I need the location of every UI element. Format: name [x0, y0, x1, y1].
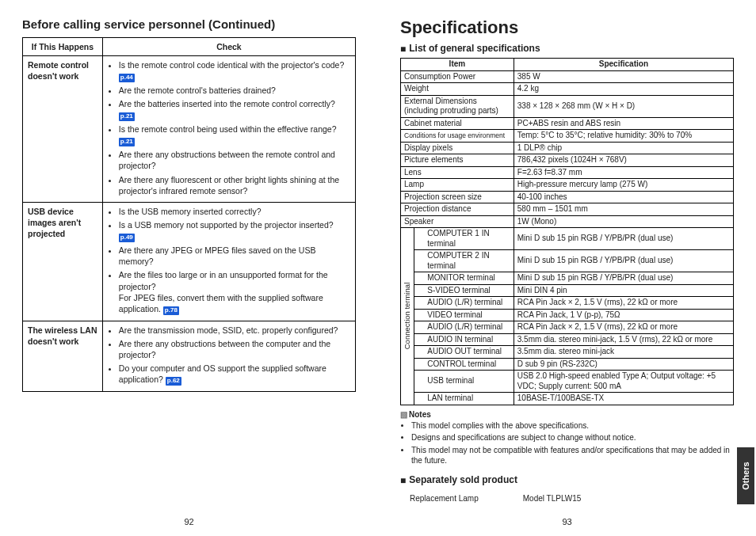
- spec-item: AUDIO OUT terminal: [414, 346, 514, 359]
- table-row: Connection terminalCOMPUTER 1 IN termina…: [401, 228, 734, 250]
- check-item: Are there any JPEG or MPEG files saved o…: [119, 245, 350, 267]
- spec-item: Consumption Power: [401, 70, 514, 83]
- spec-value: PC+ABS resin and ABS resin: [514, 117, 733, 130]
- spec-value: 338 × 128 × 268 mm (W × H × D): [514, 95, 733, 117]
- table-row: USB terminalUSB 2.0 High-speed enabled T…: [401, 371, 734, 393]
- spec-item: Lens: [401, 166, 514, 179]
- spec-value: D sub 9 pin (RS-232C): [514, 358, 733, 371]
- spec-item: COMPUTER 1 IN terminal: [414, 228, 514, 250]
- check-cell: Are the transmission mode, SSID, etc. pr…: [102, 321, 355, 391]
- spec-item: USB terminal: [414, 371, 514, 393]
- page-ref-badge: p.62: [166, 377, 181, 386]
- page-number: 93: [552, 517, 583, 526]
- spec-item: Projection distance: [401, 203, 514, 216]
- section-title: Before calling service personnel (Contin…: [22, 17, 356, 31]
- spec-item: Lamp: [401, 179, 514, 192]
- check-item: Is the remote control code identical wit…: [119, 59, 350, 82]
- page-ref-badge: p.49: [119, 234, 135, 242]
- side-tab-others: Others: [737, 447, 754, 504]
- page-ref-badge: p.78: [163, 306, 179, 315]
- spec-value: Temp: 5°C to 35°C; relative humidity: 30…: [514, 130, 733, 143]
- table-row: LAN terminal10BASE-T/100BASE-TX: [401, 393, 734, 405]
- page-ref-badge: p.21: [119, 112, 135, 121]
- spec-item: Projection screen size: [401, 191, 514, 203]
- spec-value: 10BASE-T/100BASE-TX: [514, 393, 733, 405]
- check-item: Are the transmission mode, SSID, etc. pr…: [119, 325, 350, 336]
- table-row: Consumption Power385 W: [401, 70, 734, 83]
- spec-value: 1 DLP® chip: [514, 142, 733, 154]
- spec-value: Mini D sub 15 pin RGB / Y/PB/PR (dual us…: [514, 250, 733, 272]
- notes-heading: ▧Notes: [400, 410, 734, 419]
- spec-item: Speaker: [401, 215, 514, 228]
- table-row: USB device images aren't projectedIs the…: [23, 202, 356, 321]
- spec-item: AUDIO IN terminal: [414, 333, 514, 346]
- spec-value: 3.5mm dia. stereo mini-jack: [514, 346, 733, 359]
- table-row: The wireless LAN doesn't workAre the tra…: [23, 321, 356, 391]
- table-row: MONITOR terminalMini D sub 15 pin RGB / …: [401, 272, 734, 285]
- spec-value: F=2.63 f=8.37 mm: [514, 166, 733, 179]
- col-header-check: Check: [102, 38, 355, 56]
- connection-terminal-group: Connection terminal: [401, 228, 414, 405]
- square-icon: ■: [400, 44, 406, 55]
- notes-list: This model complies with the above speci…: [400, 420, 734, 466]
- table-row: External Dimensions (including protrudin…: [401, 95, 734, 117]
- spec-item: AUDIO (L/R) terminal: [414, 321, 514, 334]
- page-number: 92: [174, 517, 205, 526]
- spec-value: 385 W: [514, 70, 733, 83]
- issue-cell: Remote control doesn't work: [23, 56, 103, 203]
- troubleshoot-table: If This Happens Check Remote control doe…: [22, 37, 356, 392]
- table-row: COMPUTER 2 IN terminalMini D sub 15 pin …: [401, 250, 734, 272]
- table-row: Cabinet materialPC+ABS resin and ABS res…: [401, 117, 734, 130]
- table-row: LensF=2.63 f=8.37 mm: [401, 166, 734, 179]
- spec-item: Display pixels: [401, 142, 514, 154]
- table-row: AUDIO IN terminal3.5mm dia. stereo mini-…: [401, 333, 734, 346]
- table-row: Speaker1W (Mono): [401, 215, 734, 228]
- note-item: Designs and specifications are subject t…: [411, 432, 734, 443]
- table-row: VIDEO terminalRCA Pin Jack, 1 V (p-p), 7…: [401, 309, 734, 321]
- list-subtitle: ■List of general specifications: [400, 43, 734, 55]
- page-spread: Before calling service personnel (Contin…: [0, 0, 756, 536]
- spec-value: RCA Pin Jack × 2, 1.5 V (rms), 22 kΩ or …: [514, 297, 733, 310]
- check-item: Is a USB memory not supported by the pro…: [119, 219, 350, 242]
- check-item: Are the batteries inserted into the remo…: [119, 98, 350, 121]
- spec-value: High-pressure mercury lamp (275 W): [514, 179, 733, 192]
- spec-value: Mini DIN 4 pin: [514, 284, 733, 297]
- check-item: Do your computer and OS support the supp…: [119, 363, 350, 386]
- table-row: Conditions for usage environmentTemp: 5°…: [401, 130, 734, 143]
- table-row: AUDIO (L/R) terminalRCA Pin Jack × 2, 1.…: [401, 297, 734, 310]
- connection-terminal-label: Connection terminal: [403, 283, 412, 350]
- spec-table: Item Specification Consumption Power385 …: [400, 58, 734, 405]
- table-row: S-VIDEO terminalMini DIN 4 pin: [401, 284, 734, 297]
- check-cell: Is the USB memory inserted correctly? Is…: [102, 202, 355, 321]
- separately-sold-row: Replacement Lamp Model TLPLW15: [400, 494, 734, 503]
- spec-value: 1W (Mono): [514, 215, 733, 228]
- spec-value: 580 mm – 1501 mm: [514, 203, 733, 216]
- issue-cell: The wireless LAN doesn't work: [23, 321, 103, 391]
- spec-item: VIDEO terminal: [414, 309, 514, 321]
- square-icon: ■: [400, 475, 406, 486]
- right-page: Specifications ■List of general specific…: [378, 0, 756, 536]
- square-icon: ▧: [400, 410, 407, 419]
- table-row: Picture elements786,432 pixels (1024H × …: [401, 154, 734, 167]
- spec-value: USB 2.0 High-speed enabled Type A; Outpu…: [514, 371, 733, 393]
- spec-item: CONTROL terminal: [414, 358, 514, 371]
- spec-item: COMPUTER 2 IN terminal: [414, 250, 514, 272]
- spec-item: Picture elements: [401, 154, 514, 167]
- check-item: Are the remote control's batteries drain…: [119, 85, 350, 96]
- notes-heading-text: Notes: [409, 410, 431, 419]
- check-item: Is the remote control being used within …: [119, 124, 350, 146]
- spec-item: LAN terminal: [414, 393, 514, 405]
- spec-value: Mini D sub 15 pin RGB / Y/PB/PR (dual us…: [514, 228, 733, 250]
- check-item: Are there any fluorescent or other brigh…: [119, 174, 350, 196]
- spec-value: 786,432 pixels (1024H × 768V): [514, 154, 733, 167]
- sep-subtitle-text: Separately sold product: [409, 474, 517, 485]
- spec-value: Mini D sub 15 pin RGB / Y/PB/PR (dual us…: [514, 272, 733, 285]
- table-row: Display pixels1 DLP® chip: [401, 142, 734, 154]
- spec-item: S-VIDEO terminal: [414, 284, 514, 297]
- check-item: Is the USB memory inserted correctly?: [119, 206, 350, 217]
- table-row: LampHigh-pressure mercury lamp (275 W): [401, 179, 734, 192]
- spec-value: 4.2 kg: [514, 83, 733, 96]
- spec-item: External Dimensions (including protrudin…: [401, 95, 514, 117]
- col-header-item: Item: [401, 59, 514, 71]
- spec-item: Conditions for usage environment: [401, 130, 514, 143]
